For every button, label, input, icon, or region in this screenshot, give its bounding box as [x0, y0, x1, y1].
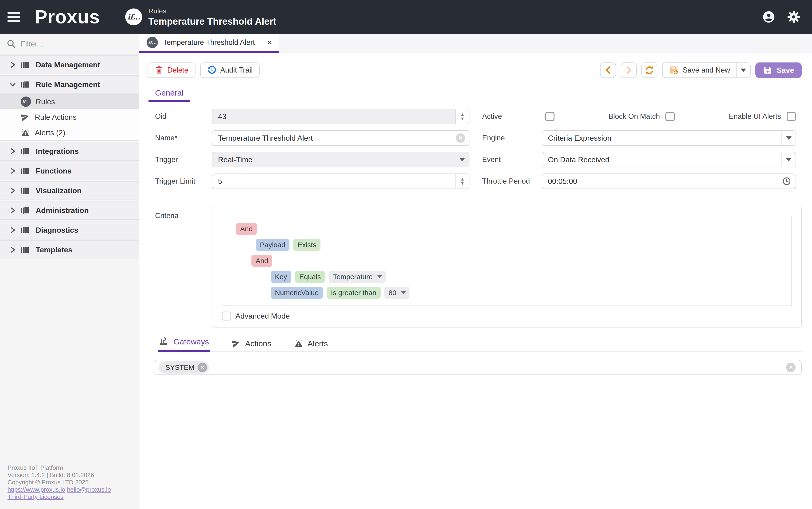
sidebar-item-functions[interactable]: Functions	[0, 162, 139, 180]
save-and-new-button[interactable]: Save and New	[662, 63, 736, 77]
email-link[interactable]: hello@proxus.io	[67, 486, 111, 493]
clear-name-icon[interactable]: ✕	[456, 133, 465, 143]
enable-ui-alerts-checkbox[interactable]	[787, 112, 796, 121]
trigger-label: Trigger	[155, 156, 212, 164]
module-stack-icon	[21, 80, 30, 89]
save-icon	[763, 66, 772, 75]
sidebar-item-visualization[interactable]: Visualization	[0, 181, 139, 200]
trash-icon	[155, 66, 164, 75]
gateway-chip-system: SYSTEM ✕	[159, 361, 209, 374]
page-title-block: if... Rules Temperature Threshold Alert	[125, 7, 276, 27]
gateways-multiselect[interactable]: SYSTEM ✕ ✕	[154, 360, 802, 375]
sidebar-footer: Proxus IIoT Platform Version: 1.4.2 | Bu…	[0, 464, 139, 509]
sidebar-item-administration[interactable]: Administration	[0, 201, 139, 220]
tab-temperature-threshold-alert[interactable]: if... Temperature Threshold Alert ✕	[139, 34, 279, 53]
version-info: Version: 1.4.2 | Build: 8.01.2026	[7, 471, 139, 479]
sidebar-filter	[0, 34, 139, 55]
criteria-op-equals[interactable]: Equals	[295, 271, 325, 283]
rule-if-icon: if...	[147, 37, 158, 48]
engine-dropdown-icon[interactable]	[781, 131, 795, 145]
tab-general[interactable]: General	[149, 88, 190, 102]
tab-gateways[interactable]: Gateways	[158, 337, 210, 352]
trigger-limit-spinner[interactable]: ▲▼	[455, 174, 469, 189]
user-account-icon[interactable]	[762, 10, 775, 24]
criteria-field-payload[interactable]: Payload	[256, 239, 289, 251]
criteria-operator-and[interactable]: And	[236, 223, 257, 235]
throttle-period-field[interactable]: 00:05:00	[542, 173, 796, 189]
filter-input[interactable]	[21, 40, 124, 48]
website-link[interactable]: https://www.proxus.io	[7, 486, 65, 493]
sidebar-item-diagnostics[interactable]: Diagnostics	[0, 221, 139, 239]
event-label: Event	[482, 156, 542, 164]
clear-gateways-icon[interactable]: ✕	[786, 363, 795, 372]
save-options-dropdown[interactable]	[736, 63, 750, 77]
event-dropdown-icon[interactable]	[781, 152, 795, 167]
criteria-op-exists[interactable]: Exists	[293, 239, 321, 251]
sidebar-item-rule-actions[interactable]: Rule Actions	[0, 109, 139, 125]
app-logo: Proxus	[35, 6, 100, 28]
settings-gear-icon[interactable]	[787, 10, 801, 24]
trigger-limit-field[interactable]: 5 ▲▼	[212, 173, 469, 189]
licenses-link[interactable]: Third-Party Licenses	[7, 493, 63, 500]
router-icon	[159, 337, 169, 346]
top-bar: Proxus if... Rules Temperature Threshold…	[0, 0, 812, 34]
advanced-mode-label: Advanced Mode	[235, 312, 290, 320]
active-checkbox[interactable]	[545, 112, 554, 121]
previous-record-button[interactable]	[600, 63, 616, 78]
criteria-field-numericvalue[interactable]: NumericValue	[271, 287, 323, 299]
next-record-button[interactable]	[621, 63, 637, 78]
search-icon	[7, 39, 16, 48]
oid-field[interactable]: 43 ▲▼	[212, 109, 469, 124]
active-label: Active	[482, 112, 502, 121]
advanced-mode-checkbox[interactable]	[222, 311, 231, 320]
sidebar-item-alerts[interactable]: Alerts (2)	[0, 125, 139, 140]
rule-if-icon: if...	[125, 8, 142, 25]
clock-icon[interactable]	[782, 176, 791, 186]
save-plus-icon	[669, 65, 679, 75]
delete-button[interactable]: Delete	[148, 63, 195, 78]
criteria-operator-and-nested[interactable]: And	[251, 255, 272, 267]
alert-triangle-icon	[21, 128, 30, 137]
sidebar-item-rule-management[interactable]: Rule Management	[0, 75, 139, 94]
tab-actions[interactable]: Actions	[230, 339, 272, 352]
sidebar-item-data-management[interactable]: Data Management	[0, 56, 139, 74]
chevron-left-icon	[604, 66, 612, 74]
block-on-match-checkbox[interactable]	[665, 112, 675, 121]
enable-ui-alerts-label: Enable UI Alerts	[729, 112, 781, 121]
trigger-dropdown-icon[interactable]	[455, 152, 469, 167]
save-button[interactable]: Save	[755, 63, 802, 78]
page-title: Temperature Threshold Alert	[148, 16, 276, 27]
breadcrumb-section: Rules	[148, 7, 276, 15]
rule-if-icon: if...	[21, 97, 31, 107]
chevron-down-icon	[9, 81, 16, 88]
name-field[interactable]: Temperature Threshold Alert ✕	[212, 130, 469, 146]
module-stack-icon	[21, 166, 30, 176]
criteria-field-key[interactable]: Key	[271, 271, 291, 283]
tab-alerts[interactable]: Alerts	[293, 339, 329, 352]
sidebar-item-templates[interactable]: Templates	[0, 240, 139, 259]
criteria-op-greater-than[interactable]: Is greater than	[327, 287, 380, 299]
sidebar-item-integrations[interactable]: Integrations	[0, 142, 139, 161]
remove-gateway-icon[interactable]: ✕	[198, 363, 207, 372]
save-and-new-split-button: Save and New	[662, 63, 751, 78]
hamburger-menu-icon[interactable]	[6, 7, 26, 27]
event-select[interactable]: On Data Received	[542, 152, 796, 167]
criteria-value-80[interactable]: 80	[384, 287, 410, 299]
name-label: Name*	[155, 134, 212, 142]
tab-close-icon[interactable]: ✕	[267, 38, 272, 47]
criteria-value-temperature[interactable]: Temperature	[329, 271, 386, 283]
sidebar: Data Management Rule Management if... Ru…	[0, 34, 139, 509]
sidebar-item-rules[interactable]: if... Rules	[0, 94, 139, 109]
audit-trail-button[interactable]: Audit Trail	[200, 63, 260, 78]
criteria-label: Criteria	[155, 207, 212, 328]
chevron-right-icon	[9, 167, 16, 175]
main-content: if... Temperature Threshold Alert ✕ Dele…	[139, 34, 812, 509]
engine-select[interactable]: Criteria Expression	[542, 130, 796, 146]
oid-label: Oid	[155, 112, 212, 121]
trigger-select[interactable]: Real-Time	[212, 152, 469, 167]
refresh-button[interactable]	[642, 63, 657, 78]
criteria-section: Criteria And Payload Exists And	[155, 207, 802, 328]
module-stack-icon	[21, 245, 30, 254]
oid-spinner[interactable]: ▲▼	[455, 109, 469, 124]
refresh-icon	[645, 66, 654, 75]
